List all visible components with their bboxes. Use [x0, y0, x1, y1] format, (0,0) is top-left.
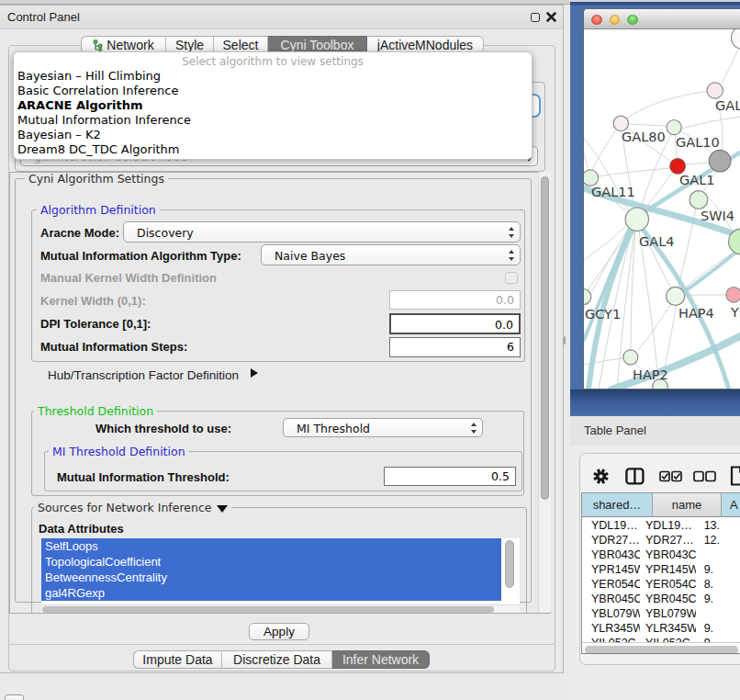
window-close-button[interactable]	[591, 15, 602, 26]
table-row-ybr045c[interactable]: YBR045CYBR045C9.	[582, 592, 740, 606]
node-gal11[interactable]	[584, 170, 599, 186]
network-canvas[interactable]: GAL2GAL80GAL10GAL1GAL11SWI4GAL4GCY1HAP4Y…	[584, 29, 740, 389]
attributes-vertical-scrollbar[interactable]	[505, 540, 514, 588]
mutual-information-algorithm-type-combobox[interactable]: Naive Bayes	[261, 244, 521, 265]
checked-columns-icon[interactable]	[659, 470, 683, 482]
node-gal2-label: GAL2	[715, 98, 740, 113]
node-gal2[interactable]	[707, 83, 723, 98]
network-edge[interactable]	[584, 152, 589, 171]
network-edge[interactable]	[592, 129, 617, 170]
node-arc[interactable]	[732, 29, 740, 50]
aracne-mode-combobox[interactable]: Discovery	[123, 221, 521, 243]
network-edge[interactable]	[681, 117, 740, 129]
apply-button[interactable]: Apply	[249, 623, 309, 640]
node-swi4[interactable]	[690, 191, 708, 209]
table-row-ybl079w[interactable]: YBL079WYBL079W	[582, 606, 740, 621]
network-edge[interactable]	[628, 124, 667, 126]
manual-kernel-width-definition-checkbox[interactable]	[505, 272, 518, 284]
cell	[696, 606, 740, 621]
attribute-item-betweennesscentrality[interactable]: BetweennessCentrality	[41, 570, 501, 585]
tab-infer-network[interactable]: Infer Network	[332, 650, 430, 669]
table-row-ybr043c[interactable]: YBR043CYBR043C	[582, 548, 740, 562]
expand-arrow-icon[interactable]	[251, 368, 258, 378]
algorithm-option-aracne-algorithm[interactable]: ARACNE Algorithm	[14, 98, 532, 113]
algorithm-option-mutual-information-inference[interactable]: Mutual Information Inference	[14, 113, 532, 128]
cell: YDL19…	[640, 518, 696, 533]
attribute-item-topologicalcoefficient[interactable]: TopologicalCoefficient	[41, 554, 501, 570]
document-icon[interactable]	[730, 466, 740, 486]
algorithm-option-bayesian-k2[interactable]: Bayesian – K2	[14, 128, 532, 142]
statusbar-button[interactable]	[5, 694, 24, 700]
threshold-combobox[interactable]: MI Threshold	[283, 418, 483, 437]
node-y[interactable]	[726, 288, 740, 303]
node-gal10[interactable]	[667, 120, 681, 135]
network-edge[interactable]	[722, 45, 740, 84]
hub-definition-label[interactable]: Hub/Transcription Factor Definition	[48, 368, 239, 382]
split-divider-handle[interactable]	[563, 336, 566, 344]
cell: 9.	[696, 562, 740, 577]
dpi-tolerance-0-1-field[interactable]: 0.0	[389, 313, 521, 334]
kernel-width-0-1-field[interactable]: 0.0	[389, 290, 521, 310]
table-panel-title: Table Panel	[584, 416, 646, 446]
column-header-shared[interactable]: shared…	[582, 493, 653, 517]
node-hap4[interactable]	[667, 287, 685, 305]
attribute-item-selfloops[interactable]: SelfLoops	[41, 538, 501, 554]
manual-kernel-width-definition-label: Manual Kernel Width Definition	[40, 271, 217, 285]
table-row-ydl19[interactable]: YDL19…YDL19…13.	[582, 518, 740, 533]
network-edge[interactable]	[631, 231, 635, 349]
gear-icon[interactable]	[592, 468, 610, 485]
column-header-name[interactable]: name	[653, 493, 722, 517]
column-header-a[interactable]: A	[722, 493, 740, 517]
node-gray[interactable]	[709, 150, 731, 172]
mi-threshold-label: Mutual Information Threshold:	[57, 470, 230, 484]
collapse-arrow-icon[interactable]	[217, 505, 228, 513]
algorithm-popup-header: Select algorithm to view settings	[14, 54, 532, 69]
network-window-titlebar[interactable]	[584, 9, 740, 29]
algorithm-option-basic-correlation-inference[interactable]: Basic Correlation Inference	[14, 84, 532, 98]
attributes-horizontal-scrollbar[interactable]	[42, 606, 494, 614]
tab-impute-data[interactable]: Impute Data	[133, 650, 222, 669]
node-gal4-label: GAL4	[639, 234, 674, 249]
mutual-information-steps-field[interactable]: 6	[389, 337, 521, 357]
node-hap2[interactable]	[623, 350, 638, 365]
table-row-ypr145w[interactable]: YPR145WYPR145W9.	[582, 562, 740, 577]
network-edge[interactable]	[683, 254, 732, 289]
node-gcy1-label: GCY1	[585, 307, 621, 322]
combo-arrows-icon	[509, 227, 515, 238]
cell: YBR043C	[582, 548, 640, 562]
algorithm-option-dream8-dc-tdc-algorithm[interactable]: Dream8 DC_TDC Algorithm	[14, 142, 532, 157]
unchecked-columns-icon[interactable]	[693, 470, 717, 482]
float-icon[interactable]	[531, 13, 540, 22]
tab-label: Infer Network	[342, 652, 419, 667]
table-row-ydr27[interactable]: YDR27…YDR27…12.	[582, 533, 740, 548]
cell: YPR145W	[640, 562, 696, 577]
network-edge[interactable]	[685, 163, 709, 164]
network-edge[interactable]	[625, 91, 715, 119]
combo-arrows-icon	[509, 250, 515, 261]
attribute-item-gal4rgexp[interactable]: gal4RGexp	[41, 585, 501, 601]
mi-threshold-field[interactable]: 0.5	[384, 467, 516, 486]
node-gal4[interactable]	[625, 208, 648, 231]
table-row-ylr345w[interactable]: YLR345WYLR345W9.	[582, 621, 740, 636]
tab-label: Discretize Data	[233, 652, 320, 667]
threshold-definition-title: Threshold Definition	[34, 404, 157, 418]
window-minimize-button[interactable]	[610, 15, 621, 26]
control-panel-frame: Control Panel ARACNE Algorithm galFilter…	[0, 5, 564, 673]
network-edge[interactable]	[598, 168, 670, 176]
window-zoom-button[interactable]	[627, 15, 638, 26]
table-header: shared…nameA	[582, 493, 740, 517]
table-row-yer054c[interactable]: YER054CYER054C8.	[582, 577, 740, 592]
node-gal1[interactable]	[670, 159, 686, 175]
algorithm-popup-items: Bayesian – Hill ClimbingBasic Correlatio…	[14, 69, 532, 158]
cell: YLR345W	[640, 621, 696, 636]
node-gcy1[interactable]	[584, 289, 591, 305]
close-icon[interactable]	[545, 11, 557, 23]
mutual-information-steps-label: Mutual Information Steps:	[40, 340, 187, 354]
network-edge[interactable]	[639, 231, 658, 378]
split-columns-icon[interactable]	[625, 468, 645, 485]
table-horizontal-scrollbar[interactable]	[585, 646, 738, 654]
algorithm-option-bayesian-hill-climbing[interactable]: Bayesian – Hill Climbing	[14, 69, 532, 84]
algorithm-popup: Select algorithm to view settings Bayesi…	[13, 51, 533, 160]
tab-discretize-data[interactable]: Discretize Data	[222, 650, 332, 669]
network-edge-highlighted[interactable]	[685, 249, 740, 291]
